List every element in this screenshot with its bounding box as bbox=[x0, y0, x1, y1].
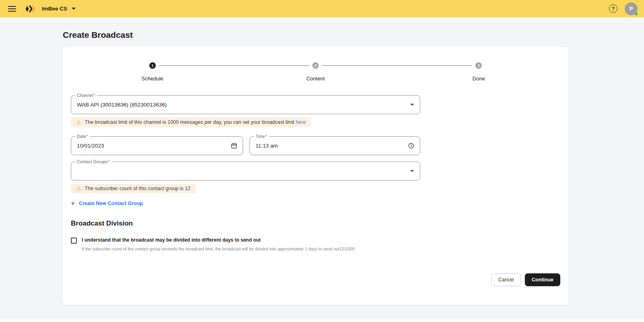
date-field[interactable]: Date* 10/01/2023 bbox=[71, 136, 243, 155]
division-helper-text: If the subscribe count of the contact gr… bbox=[82, 246, 420, 251]
time-label: Time bbox=[256, 134, 265, 139]
clock-icon[interactable] bbox=[408, 143, 414, 149]
contact-groups-label: Contact Groups bbox=[77, 159, 107, 164]
page-title: Create Broadcast bbox=[63, 30, 644, 40]
broadcast-limit-warning-text: The broadcast limit of this channel is 1… bbox=[85, 119, 295, 125]
division-consent-checkbox[interactable] bbox=[71, 238, 77, 244]
required-asterisk: * bbox=[266, 134, 267, 139]
subscriber-count-warning-text: The subscriber count of this contact gro… bbox=[85, 186, 191, 191]
stepper: 1 Schedule 2 Content 3 Done bbox=[71, 62, 560, 82]
time-value: 11:13 am bbox=[256, 143, 408, 149]
step-label-done: Done bbox=[473, 76, 485, 82]
create-broadcast-card: 1 Schedule 2 Content 3 Done bbox=[63, 47, 568, 305]
date-value: 10/01/2023 bbox=[77, 143, 231, 149]
channel-value: WAB API (30013636) (85230013636) bbox=[77, 102, 410, 108]
step-content[interactable]: 2 Content bbox=[234, 62, 397, 82]
calendar-icon[interactable] bbox=[231, 143, 237, 149]
set-broadcast-limit-link[interactable]: here bbox=[296, 119, 306, 125]
step-done[interactable]: 3 Done bbox=[397, 62, 560, 82]
step-schedule[interactable]: 1 Schedule bbox=[71, 62, 234, 82]
subscriber-count-warning: ⚠ The subscriber count of this contact g… bbox=[71, 184, 196, 193]
schedule-form: Channel* WAB API (30013636) (85230013636… bbox=[71, 95, 420, 251]
imbee-logo-icon bbox=[25, 4, 35, 13]
step-label-schedule: Schedule bbox=[142, 76, 163, 82]
channel-select[interactable]: Channel* WAB API (30013636) (85230013636… bbox=[71, 95, 420, 114]
app-root: ImBee CS ? P Create Broadcast 1 Schedule bbox=[0, 0, 644, 319]
avatar-initial: P bbox=[630, 6, 633, 12]
broadcast-division-heading: Broadcast Division bbox=[71, 219, 420, 228]
division-consent-row: I understand that the broadcast may be d… bbox=[71, 237, 420, 244]
time-field[interactable]: Time* 11:13 am bbox=[250, 136, 420, 155]
avatar[interactable]: P bbox=[625, 2, 638, 15]
date-time-row: Date* 10/01/2023 Time* bbox=[71, 136, 420, 155]
step-circle-1: 1 bbox=[149, 62, 156, 69]
required-asterisk: * bbox=[94, 93, 95, 98]
plus-icon: + bbox=[71, 200, 75, 207]
channel-dropdown-caret-icon[interactable] bbox=[410, 104, 414, 106]
channel-label: Channel bbox=[77, 93, 93, 98]
help-icon[interactable]: ? bbox=[609, 4, 617, 13]
create-new-contact-group-label: Create New Contact Group bbox=[79, 201, 143, 206]
warning-triangle-icon: ⚠ bbox=[76, 119, 81, 125]
workspace-chevron-down-icon[interactable] bbox=[72, 8, 76, 10]
online-status-dot bbox=[634, 12, 638, 16]
required-asterisk: * bbox=[108, 159, 109, 164]
broadcast-limit-warning: ⚠ The broadcast limit of this channel is… bbox=[71, 117, 311, 127]
division-consent-label[interactable]: I understand that the broadcast may be d… bbox=[82, 237, 261, 243]
warning-triangle-icon: ⚠ bbox=[76, 186, 81, 191]
create-new-contact-group-button[interactable]: + Create New Contact Group bbox=[71, 200, 143, 207]
date-label: Date bbox=[77, 134, 86, 139]
workspace-name[interactable]: ImBee CS bbox=[42, 6, 67, 12]
topbar: ImBee CS ? P bbox=[0, 0, 644, 17]
step-label-content: Content bbox=[306, 76, 325, 82]
required-asterisk: * bbox=[87, 134, 88, 139]
step-circle-2: 2 bbox=[312, 62, 319, 69]
step-circle-3: 3 bbox=[475, 62, 482, 69]
contact-groups-dropdown-caret-icon[interactable] bbox=[410, 170, 414, 172]
form-actions: Cancel Continue bbox=[71, 273, 560, 286]
contact-groups-select[interactable]: Contact Groups* bbox=[71, 162, 420, 180]
continue-button[interactable]: Continue bbox=[525, 273, 560, 286]
hamburger-menu-icon[interactable] bbox=[8, 6, 16, 12]
cancel-button[interactable]: Cancel bbox=[491, 273, 521, 286]
